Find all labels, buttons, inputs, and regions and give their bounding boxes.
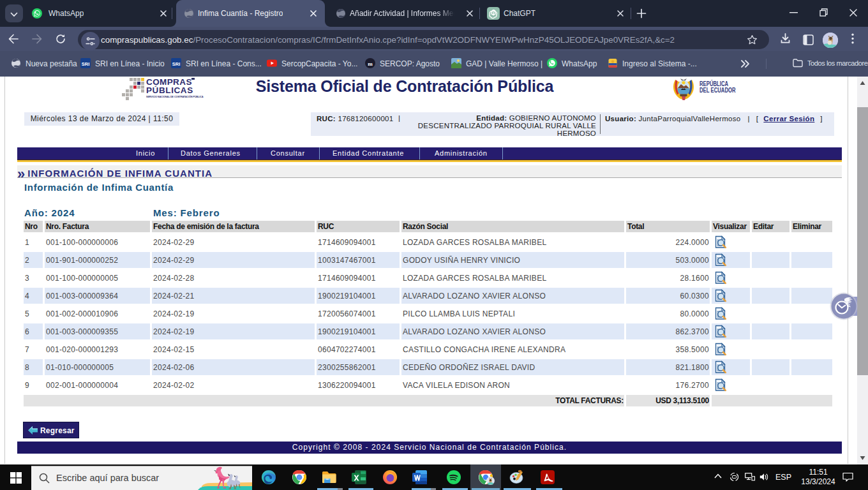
svg-text:DEL ECUADOR: DEL ECUADOR — [700, 87, 736, 94]
svg-text:SRI: SRI — [82, 61, 90, 67]
svg-text:SRI: SRI — [172, 61, 181, 67]
svg-text:REPÚBLICA: REPÚBLICA — [700, 79, 729, 87]
svg-text:m: m — [368, 61, 373, 67]
